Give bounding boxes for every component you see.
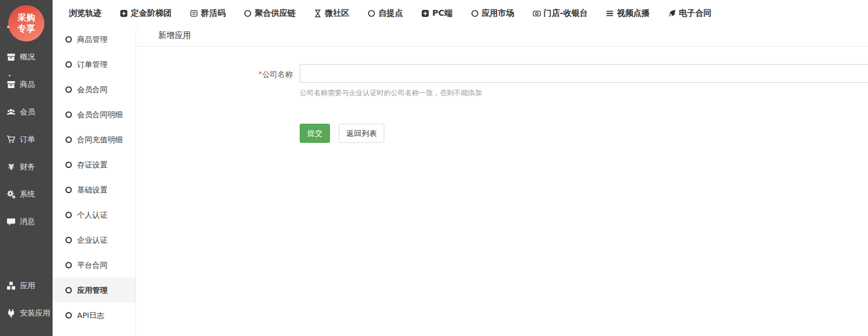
topnav-item-label: 自提点 (379, 8, 403, 19)
submenu-item-label: 会员合同 (77, 85, 107, 95)
topnav-item-store-cashier[interactable]: 门店-收银台 (533, 8, 588, 19)
archive-icon (6, 52, 16, 62)
submit-button[interactable]: 提交 (300, 124, 330, 143)
tab-new-application[interactable]: 新增应用 (158, 30, 191, 46)
main-content: 新增应用 *公司名称 公司名称需要与企业认证时的公司名称一致，否则不能添加 提交… (136, 26, 868, 336)
sidebar-item-orders[interactable]: 订单 (0, 125, 53, 153)
topnav-item-browse-track[interactable]: 浏览轨迹 (69, 8, 102, 19)
submenu-item-label: 会员合同明细 (77, 110, 123, 120)
sidebar-item-stats[interactable]: 统计 (0, 327, 53, 336)
tab-bar: 新增应用 (136, 27, 868, 47)
cart-icon (6, 135, 16, 144)
submenu-item-label: 订单管理 (77, 60, 107, 70)
submenu-item-personal-auth[interactable]: 个人认证 (53, 202, 136, 228)
topnav-item-label: 定金阶梯团 (131, 8, 172, 19)
sidebar-item-label: 商品 (20, 79, 35, 90)
circle-bullet-icon (65, 61, 72, 68)
yen-icon: ¥ (6, 162, 16, 172)
submenu-item-label: API日志 (77, 310, 105, 321)
top-nav: 浏览轨迹定金阶梯团群活码聚合供应链微社区自提点PC端应用市场门店-收银台视频点播… (53, 0, 868, 27)
company-name-label: *公司名称 (136, 64, 293, 143)
topnav-item-label: PC端 (432, 8, 453, 19)
sidebar-item-overview[interactable]: 概况 (0, 43, 53, 71)
topnav-item-label: 应用市场 (482, 8, 515, 19)
topnav-item-electronic-contract[interactable]: 电子合同 (668, 8, 711, 19)
topnav-item-label: 门店-收银台 (544, 8, 588, 19)
company-name-helper: 公司名称需要与企业认证时的公司名称一致，否则不能添加 (300, 88, 868, 98)
topnav-item-aggregate-supply-chain[interactable]: 聚合供应链 (244, 8, 296, 19)
sidebar-item-finance[interactable]: ¥财务 (0, 153, 53, 180)
sidebar-item-label: 财务 (20, 162, 35, 172)
submenu-item-label: 个人认证 (77, 210, 107, 220)
topnav-item-label: 浏览轨迹 (69, 8, 102, 19)
circle-icon (471, 9, 479, 18)
circle-bullet-icon (65, 111, 72, 118)
sidebar-item-message[interactable]: 消息 (0, 208, 53, 235)
topnav-item-label: 群活码 (201, 8, 225, 19)
plus-square-icon (421, 9, 429, 18)
topnav-item-label: 微社区 (325, 8, 349, 19)
secondary-sidebar: 商品管理订单管理会员合同会员合同明细合同充值明细存证设置基础设置个人认证企业认证… (53, 27, 136, 336)
submenu-item-platform-contract[interactable]: 平台合同 (53, 253, 136, 278)
topnav-item-label: 视频点播 (617, 8, 650, 19)
topnav-item-self-pickup[interactable]: 自提点 (367, 8, 403, 19)
plug-icon (6, 309, 16, 318)
archive-icon (6, 80, 16, 89)
submenu-item-contract-recharge-detail[interactable]: 合同充值明细 (53, 127, 136, 152)
submenu-item-label: 平台合同 (77, 260, 107, 271)
pen-icon (668, 9, 676, 18)
topnav-item-pc-client[interactable]: PC端 (421, 8, 453, 19)
circle-bullet-icon (65, 136, 72, 143)
sidebar-item-label: 应用 (20, 281, 35, 291)
sidebar-item-members[interactable]: 会员 (0, 98, 53, 125)
chat-icon (6, 217, 16, 226)
company-name-row: *公司名称 公司名称需要与企业认证时的公司名称一致，否则不能添加 提交 返回列表 (136, 64, 868, 143)
submenu-item-api-log[interactable]: API日志 (53, 303, 136, 328)
topnav-item-group-live-code[interactable]: 群活码 (190, 8, 225, 19)
circle-icon (244, 9, 252, 18)
topnav-item-label: 电子合同 (679, 8, 711, 19)
circle-icon (367, 9, 376, 18)
menu-lines-icon (606, 9, 614, 18)
circle-bullet-icon (65, 212, 72, 218)
submenu-item-label: 合同充值明细 (77, 135, 123, 145)
hourglass-icon (314, 9, 322, 18)
submenu-item-goods-management[interactable]: 商品管理 (53, 27, 136, 52)
sidebar-item-install-apps[interactable]: 安装应用 (0, 299, 53, 327)
sidebar-item-label: 系统 (20, 189, 35, 200)
topnav-item-video-on-demand[interactable]: 视频点播 (606, 8, 650, 19)
company-name-input[interactable] (300, 64, 868, 83)
sidebar-item-label: 订单 (20, 134, 35, 145)
topnav-item-micro-community[interactable]: 微社区 (314, 8, 349, 19)
form-square-icon (190, 9, 198, 18)
sidebar-item-label: 安装应用 (20, 308, 50, 318)
sidebar-item-goods[interactable]: 商品 (0, 71, 53, 98)
submenu-item-label: 基础设置 (77, 185, 107, 195)
back-to-list-button[interactable]: 返回列表 (339, 124, 384, 143)
submenu-item-label: 商品管理 (77, 34, 107, 45)
circle-bullet-icon (65, 162, 72, 168)
submenu-item-basic-settings[interactable]: 基础设置 (53, 177, 136, 202)
circle-bullet-icon (65, 262, 72, 268)
submenu-item-member-contract-detail[interactable]: 会员合同明细 (53, 102, 136, 127)
circle-bullet-icon (65, 86, 72, 93)
logo-text-line1: 采购 (18, 12, 35, 23)
sidebar-item-apps[interactable]: 应用 (0, 272, 53, 299)
users-icon (6, 107, 16, 117)
app-logo[interactable]: 采购 专享 (8, 5, 44, 41)
submenu-item-label: 应用管理 (77, 285, 107, 296)
submenu-item-member-contract[interactable]: 会员合同 (53, 77, 136, 102)
submenu-item-evidence-settings[interactable]: 存证设置 (53, 152, 136, 177)
topnav-item-deposit-ladder-group[interactable]: 定金阶梯团 (120, 8, 172, 19)
submenu-item-order-management[interactable]: 订单管理 (53, 52, 136, 77)
sidebar-item-label: 消息 (20, 216, 35, 227)
topnav-item-app-market[interactable]: 应用市场 (471, 8, 515, 19)
company-name-field: 公司名称需要与企业认证时的公司名称一致，否则不能添加 提交 返回列表 (300, 64, 868, 143)
decorative-dot (7, 26, 9, 28)
submenu-item-app-management[interactable]: 应用管理 (53, 278, 136, 303)
sidebar-item-system[interactable]: 系统 (0, 180, 53, 208)
primary-nav: 概况商品会员订单¥财务系统消息应用安装应用统计 (0, 43, 53, 336)
topnav-item-label: 聚合供应链 (255, 8, 296, 19)
submenu-item-enterprise-auth[interactable]: 企业认证 (53, 228, 136, 253)
submenu-item-label: 存证设置 (77, 160, 107, 170)
